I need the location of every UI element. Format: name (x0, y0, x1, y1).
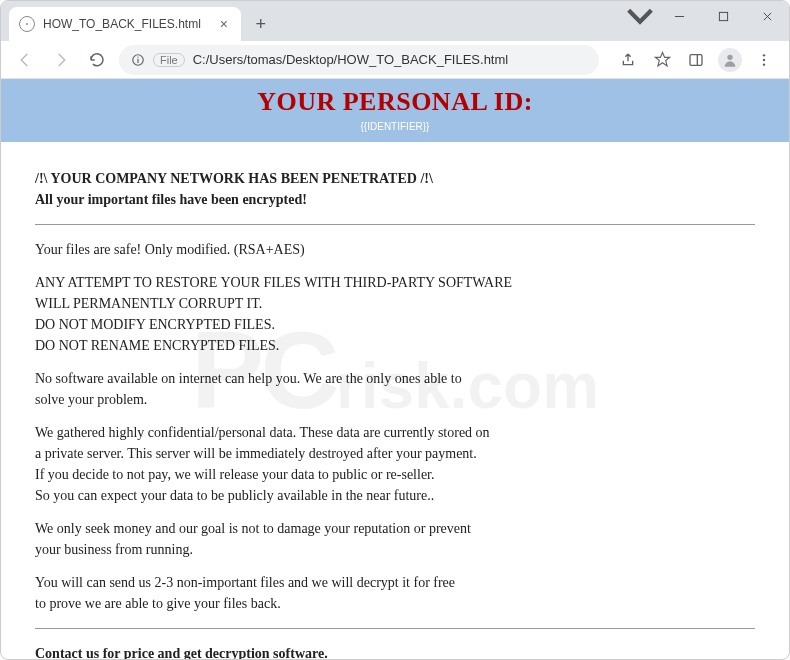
maximize-button[interactable] (701, 1, 745, 31)
ransom-note-body: /!\ YOUR COMPANY NETWORK HAS BEEN PENETR… (1, 142, 789, 659)
info-icon (131, 53, 145, 67)
globe-icon (19, 16, 35, 32)
tab-title: HOW_TO_BACK_FILES.html (43, 17, 201, 31)
browser-tab[interactable]: HOW_TO_BACK_FILES.html × (9, 7, 241, 41)
close-window-button[interactable] (745, 1, 789, 31)
warning-line-1: /!\ YOUR COMPANY NETWORK HAS BEEN PENETR… (35, 168, 755, 189)
paragraph: You will can send us 2-3 non-important f… (35, 572, 595, 614)
banner-title: YOUR PERSONAL ID: (1, 87, 789, 117)
tab-search-icon[interactable] (623, 1, 657, 31)
contact-heading: Contact us for price and get decryption … (35, 643, 755, 659)
share-icon[interactable] (613, 45, 643, 75)
profile-avatar[interactable] (715, 45, 745, 75)
banner-identifier: {{IDENTIFIER}} (1, 121, 789, 132)
svg-point-9 (763, 58, 765, 60)
svg-point-7 (727, 54, 732, 59)
url-text: C:/Users/tomas/Desktop/HOW_TO_BACK_FILES… (193, 52, 508, 67)
page-viewport[interactable]: PCrisk.com YOUR PERSONAL ID: {{IDENTIFIE… (1, 79, 789, 659)
new-tab-button[interactable]: + (247, 10, 275, 38)
side-panel-icon[interactable] (681, 45, 711, 75)
banner: YOUR PERSONAL ID: {{IDENTIFIER}} (1, 79, 789, 142)
divider (35, 224, 755, 225)
reload-button[interactable] (83, 46, 111, 74)
paragraph: Your files are safe! Only modified. (RSA… (35, 239, 595, 260)
svg-rect-5 (690, 54, 702, 65)
kebab-menu-icon[interactable] (749, 45, 779, 75)
bookmark-star-icon[interactable] (647, 45, 677, 75)
browser-titlebar: HOW_TO_BACK_FILES.html × + (1, 1, 789, 41)
svg-point-4 (137, 56, 138, 57)
window-controls (623, 1, 789, 31)
close-tab-icon[interactable]: × (217, 17, 231, 31)
forward-button[interactable] (47, 46, 75, 74)
paragraph: We only seek money and our goal is not t… (35, 518, 595, 560)
paragraph: No software available on internet can he… (35, 368, 595, 410)
warning-line-2: All your important files have been encry… (35, 189, 755, 210)
address-bar[interactable]: File C:/Users/tomas/Desktop/HOW_TO_BACK_… (119, 45, 599, 75)
back-button[interactable] (11, 46, 39, 74)
svg-point-8 (763, 54, 765, 56)
browser-toolbar: File C:/Users/tomas/Desktop/HOW_TO_BACK_… (1, 41, 789, 79)
svg-point-10 (763, 63, 765, 65)
minimize-button[interactable] (657, 1, 701, 31)
svg-rect-1 (719, 12, 727, 20)
paragraph: We gathered highly confidential/personal… (35, 422, 595, 506)
paragraph: ANY ATTEMPT TO RESTORE YOUR FILES WITH T… (35, 272, 595, 356)
divider (35, 628, 755, 629)
file-protocol-chip: File (153, 53, 185, 67)
